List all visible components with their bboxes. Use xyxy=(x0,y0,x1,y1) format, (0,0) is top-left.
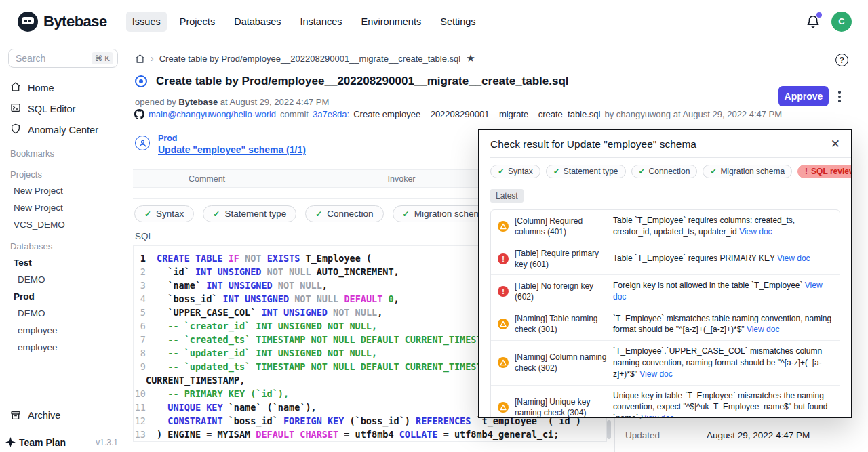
view-doc-link[interactable]: View doc xyxy=(641,413,673,418)
rule-description: `T_Employee` mismatches table naming con… xyxy=(613,313,833,336)
check-pill-sql-review[interactable]: !SQL review xyxy=(797,165,852,178)
view-doc-link[interactable]: View doc xyxy=(777,253,810,263)
sidebar-database-item[interactable]: employee xyxy=(0,339,125,356)
stage-task-link[interactable]: Update "employee" schema (1/1) xyxy=(158,144,306,155)
check-result-modal: Check result for Update "employee" schem… xyxy=(478,129,852,418)
tab-projects[interactable]: Projects xyxy=(174,12,221,32)
sidebar-project-item[interactable]: VCS_DEMO xyxy=(0,216,125,233)
sparkle-icon xyxy=(5,437,16,447)
tab-settings[interactable]: Settings xyxy=(434,12,481,32)
check-pill-syntax[interactable]: ✓Syntax xyxy=(134,205,194,222)
view-doc-link[interactable]: View doc xyxy=(639,369,672,379)
close-icon[interactable]: ✕ xyxy=(831,138,840,150)
sidebar-item-home[interactable]: Home xyxy=(0,77,125,98)
breadcrumb: › Create table by Prod/employee__2022082… xyxy=(135,52,475,64)
stage-row: Prod Update "employee" schema (1/1) xyxy=(135,133,306,155)
breadcrumb-current[interactable]: Create table by Prod/employee__202208290… xyxy=(159,54,460,64)
check-pill-label: Syntax xyxy=(156,209,184,219)
check-icon: ✓ xyxy=(213,209,220,219)
sidebar-project-item[interactable]: New Project xyxy=(0,182,125,199)
rule-row: ![Table] Require primary key (601)Table … xyxy=(491,243,840,275)
check-icon: ✓ xyxy=(403,209,410,219)
code-text: `UPPER_CASE_COL` INT UNSIGNED NOT NULL, xyxy=(157,306,382,319)
code-text: -- `created_ts` TIMESTAMP NOT NULL DEFAU… xyxy=(157,333,504,346)
rule-description: `T_Employee`.`UPPER_CASE_COL` mismatches… xyxy=(613,346,833,379)
check-pill-connection[interactable]: ✓Connection xyxy=(631,165,698,178)
tab-databases[interactable]: Databases xyxy=(228,12,287,32)
plan-version: v1.3.1 xyxy=(96,438,118,447)
warning-icon xyxy=(498,221,509,232)
vcs-commit-message: Create employee__202208290001__migrate__… xyxy=(353,109,600,119)
check-pill-connection[interactable]: ✓Connection xyxy=(305,205,383,222)
archive-icon xyxy=(10,410,21,421)
stage-environment-link[interactable]: Prod xyxy=(158,133,306,143)
rule-row: [Column] Required columns (401)Table `T_… xyxy=(491,210,840,243)
check-pill-statement-type[interactable]: ✓Statement type xyxy=(203,205,296,222)
opened-author: Bytebase xyxy=(178,97,218,107)
header-right: C xyxy=(806,12,852,32)
help-icon[interactable]: ? xyxy=(835,54,848,66)
line-number: 6 xyxy=(134,319,151,333)
code-line: 13) ENGINE = MYISAM DEFAULT CHARSET = ut… xyxy=(134,428,606,441)
bookmark-star-icon[interactable]: ★ xyxy=(466,52,475,64)
code-text: -- `updater_id` INT UNSIGNED NOT NULL, xyxy=(157,346,377,360)
sidebar-database-item[interactable]: DEMO xyxy=(0,271,125,288)
check-pill-label: Connection xyxy=(327,209,373,219)
approve-button[interactable]: Approve xyxy=(778,86,829,106)
view-doc-link[interactable]: View doc xyxy=(739,227,772,237)
scrollbar-thumb[interactable] xyxy=(607,420,611,439)
view-doc-link[interactable]: View doc xyxy=(747,325,779,334)
check-pill-label: Migration schema xyxy=(720,167,785,176)
shield-icon xyxy=(10,123,21,136)
home-icon[interactable] xyxy=(135,54,145,64)
rule-name: [Column] Required columns (401) xyxy=(515,215,607,237)
user-avatar[interactable]: C xyxy=(831,12,852,32)
check-icon: ✓ xyxy=(553,167,560,176)
archive-label: Archive xyxy=(28,410,60,421)
sidebar-database-item[interactable]: Test xyxy=(0,254,125,271)
vcs-branch-link[interactable]: main@changyuwong/hello-world xyxy=(149,109,276,119)
sidebar-item-label: Anomaly Center xyxy=(28,125,98,136)
line-number: 12 xyxy=(134,414,151,428)
brand-name: Bytebase xyxy=(43,13,107,30)
sidebar-database-item[interactable]: Prod xyxy=(0,288,125,305)
rule-name: [Naming] Table naming check (301) xyxy=(515,313,607,335)
opened-by-line: opened by Bytebase at August 29, 2022 4:… xyxy=(135,97,329,107)
sidebar-project-item[interactable]: New Project xyxy=(0,199,125,216)
warning-icon xyxy=(498,319,509,329)
notification-dot xyxy=(816,12,822,18)
more-options-icon[interactable] xyxy=(837,89,842,104)
notification-bell-icon[interactable] xyxy=(806,14,821,29)
search-box[interactable]: ⌘ K xyxy=(8,49,118,68)
check-pill-migration-schema[interactable]: ✓Migration schema xyxy=(703,165,792,178)
rule-description: Foreign key is not allowed in the table … xyxy=(613,280,833,303)
line-number: 2 xyxy=(134,265,151,279)
view-doc-link[interactable]: View doc xyxy=(613,281,823,302)
tab-instances[interactable]: Instances xyxy=(294,12,348,32)
sidebar-database-item[interactable]: employee xyxy=(0,322,125,339)
check-pill-syntax[interactable]: ✓Syntax xyxy=(490,165,540,178)
modal-divider xyxy=(490,157,851,158)
vcs-commit-hash-link[interactable]: 3a7e8da: xyxy=(313,109,349,119)
tab-environments[interactable]: Environments xyxy=(355,12,428,32)
search-input[interactable] xyxy=(16,53,92,64)
tab-issues[interactable]: Issues xyxy=(126,12,167,32)
sidebar-item-sql-editor[interactable]: SQL Editor xyxy=(0,98,125,119)
sidebar-item-archive[interactable]: Archive xyxy=(0,406,125,425)
sidebar-item-label: SQL Editor xyxy=(28,104,75,115)
rule-violation-list: [Column] Required columns (401)Table `T_… xyxy=(490,209,840,418)
rule-row: [Naming] Unique key naming check (304)Un… xyxy=(491,386,840,418)
side-panel-row: UpdatedAugust 29, 2022 4:47 PM xyxy=(625,430,859,440)
line-number: 1 xyxy=(134,251,151,265)
line-number: 13 xyxy=(134,428,151,441)
check-pill-label: Migration schema xyxy=(414,209,487,219)
sidebar-item-anomaly-center[interactable]: Anomaly Center xyxy=(0,119,125,140)
rule-name: [Table] No foreign key (602) xyxy=(515,281,607,302)
rule-row: ![Table] No foreign key (602)Foreign key… xyxy=(491,275,840,308)
line-number: 10 xyxy=(134,387,151,400)
plan-bar[interactable]: Team Plan v1.3.1 xyxy=(0,432,125,452)
check-pill-statement-type[interactable]: ✓Statement type xyxy=(546,165,626,178)
bytebase-logo[interactable]: Bytebase xyxy=(18,12,107,32)
bytebase-app: Bytebase IssuesProjectsDatabasesInstance… xyxy=(0,0,868,452)
sidebar-database-item[interactable]: DEMO xyxy=(0,305,125,322)
